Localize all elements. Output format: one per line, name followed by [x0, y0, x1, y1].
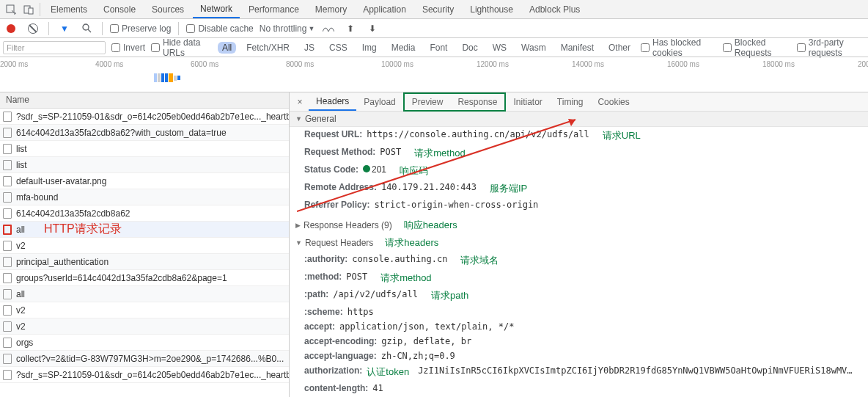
- request-row[interactable]: allHTTP请求记录: [0, 222, 289, 238]
- request-row[interactable]: collect?v=2&tid=G-83W797MG3H>m=2oe290&_p…: [0, 351, 289, 367]
- type-filter-media[interactable]: Media: [387, 42, 420, 54]
- request-name: all: [16, 289, 25, 299]
- request-name: ?sdr_s=SP-211059-01&sdr_o=614c205eb0edd4…: [16, 370, 289, 380]
- request-name: ?sdr_s=SP-211059-01&sdr_o=614c205eb0edd4…: [16, 112, 289, 122]
- request-row[interactable]: all: [0, 286, 289, 302]
- device-icon[interactable]: [21, 1, 37, 18]
- third-party-checkbox[interactable]: 3rd-party requests: [797, 37, 865, 58]
- file-icon: [3, 321, 12, 332]
- tab-timing[interactable]: Timing: [550, 94, 591, 110]
- network-conditions-icon[interactable]: [320, 21, 336, 37]
- tab-response[interactable]: Response: [450, 94, 504, 110]
- requests-panel: Name ?sdr_s=SP-211059-01&sdr_o=614c205eb…: [0, 92, 290, 397]
- tab-headers[interactable]: Headers: [309, 93, 356, 111]
- preserve-log-checkbox[interactable]: Preserve log: [110, 23, 171, 34]
- section-general[interactable]: ▼General: [290, 112, 868, 127]
- type-filter-wasm[interactable]: Wasm: [517, 42, 551, 54]
- type-filter-font[interactable]: Font: [425, 42, 452, 54]
- panel-tab-lighthouse[interactable]: Lighthouse: [463, 1, 521, 18]
- type-filter-js[interactable]: JS: [300, 42, 319, 54]
- type-filter-ws[interactable]: WS: [488, 42, 511, 54]
- type-filter-fetch-xhr[interactable]: Fetch/XHR: [242, 42, 294, 54]
- file-icon: [3, 225, 12, 235]
- panel-tab-memory[interactable]: Memory: [308, 1, 354, 18]
- request-name: v2: [16, 305, 26, 316]
- waterfall-timeline[interactable]: 2000 ms4000 ms6000 ms8000 ms10000 ms1200…: [0, 57, 868, 92]
- file-icon: [3, 289, 12, 299]
- request-row[interactable]: list: [0, 141, 289, 157]
- request-name: default-user-avatar.png: [16, 176, 106, 186]
- request-row[interactable]: v2: [0, 302, 289, 318]
- type-filter-img[interactable]: Img: [358, 42, 381, 54]
- disable-cache-checkbox[interactable]: Disable cache: [186, 23, 253, 34]
- request-row[interactable]: ?sdr_s=SP-211059-01&sdr_o=614c205eb0edd4…: [0, 109, 289, 125]
- panel-tab-sources[interactable]: Sources: [144, 1, 191, 18]
- panel-tab-application[interactable]: Application: [356, 1, 413, 18]
- file-icon: [3, 370, 12, 380]
- clear-icon[interactable]: [25, 21, 41, 37]
- tab-payload[interactable]: Payload: [356, 94, 402, 110]
- request-name: principal_authentication: [16, 257, 108, 267]
- request-row[interactable]: v2: [0, 318, 289, 335]
- file-icon: [3, 241, 12, 251]
- panel-tab-elements[interactable]: Elements: [43, 1, 95, 18]
- filter-bar: Invert Hide data URLs AllFetch/XHRJSCSSI…: [0, 38, 868, 57]
- request-row[interactable]: ?sdr_s=SP-211059-01&sdr_o=614c205eb0edd4…: [0, 367, 289, 383]
- request-row[interactable]: principal_authentication: [0, 254, 289, 270]
- request-name: all: [16, 225, 25, 235]
- request-name: v2: [16, 321, 26, 332]
- request-row[interactable]: list: [0, 157, 289, 173]
- panel-tab-security[interactable]: Security: [415, 1, 461, 18]
- type-filter-manifest[interactable]: Manifest: [556, 42, 598, 54]
- tab-cookies[interactable]: Cookies: [590, 94, 636, 110]
- request-row[interactable]: 614c4042d13a35fa2cdb8a62: [0, 205, 289, 222]
- request-name: mfa-bound: [16, 192, 58, 203]
- search-icon[interactable]: [78, 21, 95, 37]
- section-request-headers[interactable]: ▼Request Headers请求headers: [290, 234, 868, 252]
- filter-toggle-icon[interactable]: ▼: [56, 21, 73, 37]
- file-icon: [3, 305, 12, 316]
- svg-line-4: [88, 29, 91, 32]
- panel-tab-console[interactable]: Console: [96, 1, 143, 18]
- file-icon: [3, 273, 12, 283]
- file-icon: [3, 257, 12, 267]
- request-row[interactable]: default-user-avatar.png: [0, 173, 289, 189]
- file-icon: [3, 144, 12, 154]
- invert-checkbox[interactable]: Invert: [111, 43, 145, 53]
- filter-input[interactable]: [3, 41, 106, 54]
- hide-data-urls-checkbox[interactable]: Hide data URLs: [151, 37, 212, 58]
- export-icon[interactable]: ⬇: [364, 21, 380, 37]
- throttling-dropdown[interactable]: No throttling▼: [260, 23, 315, 34]
- request-name: orgs: [16, 338, 33, 348]
- request-name: collect?v=2&tid=G-83W797MG3H>m=2oe290&_p…: [16, 354, 284, 364]
- inspect-icon[interactable]: [3, 1, 19, 18]
- request-row[interactable]: groups?userId=614c4042d13a35fa2cdb8a62&p…: [0, 270, 289, 286]
- record-icon[interactable]: [3, 21, 19, 37]
- request-row[interactable]: mfa-bound: [0, 189, 289, 205]
- file-icon: [3, 192, 12, 203]
- request-name: list: [16, 160, 27, 170]
- request-name: groups?userId=614c4042d13a35fa2cdb8a62&p…: [16, 273, 227, 283]
- tab-preview[interactable]: Preview: [405, 94, 451, 110]
- file-icon: [3, 160, 12, 170]
- type-filter-all[interactable]: All: [218, 42, 236, 54]
- blocked-requests-checkbox[interactable]: Blocked Requests: [723, 37, 791, 58]
- file-icon: [3, 208, 12, 219]
- tab-initiator[interactable]: Initiator: [506, 94, 549, 110]
- file-icon: [3, 112, 12, 122]
- panel-tab-performance[interactable]: Performance: [241, 1, 306, 18]
- import-icon[interactable]: ⬆: [342, 21, 358, 37]
- request-row[interactable]: orgs: [0, 335, 289, 351]
- request-row[interactable]: v2: [0, 238, 289, 254]
- has-blocked-cookies-checkbox[interactable]: Has blocked cookies: [641, 37, 717, 58]
- section-response-headers[interactable]: ▶Response Headers (9)响应headers: [290, 216, 868, 234]
- column-header-name[interactable]: Name: [0, 92, 289, 109]
- type-filter-doc[interactable]: Doc: [457, 42, 482, 54]
- panel-tab-adblock-plus[interactable]: Adblock Plus: [522, 1, 587, 18]
- svg-point-3: [83, 24, 89, 30]
- request-row[interactable]: 614c4042d13a35fa2cdb8a62?with_custom_dat…: [0, 125, 289, 141]
- panel-tab-network[interactable]: Network: [193, 1, 240, 18]
- type-filter-other[interactable]: Other: [604, 42, 635, 54]
- close-detail-button[interactable]: ×: [294, 97, 306, 107]
- type-filter-css[interactable]: CSS: [325, 42, 352, 54]
